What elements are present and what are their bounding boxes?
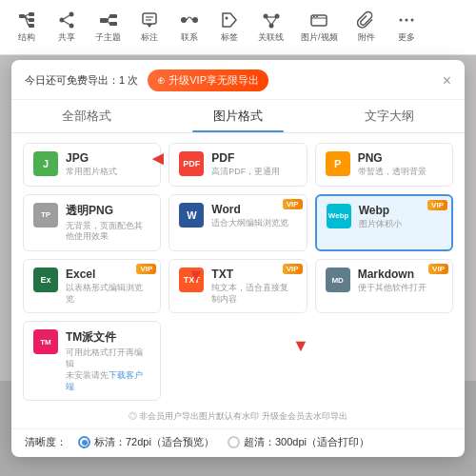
format-item-pdf[interactable]: ▶ PDF PDF 高清PDF，更通用 — [169, 143, 307, 187]
svg-point-23 — [226, 17, 228, 20]
tab-all-formats[interactable]: 全部格式 — [11, 100, 163, 132]
svg-point-34 — [405, 19, 407, 22]
svg-point-33 — [399, 19, 402, 22]
format-name-tpng: 透明PNG — [66, 203, 150, 219]
export-modal: 今日还可免费导出：1 次 ⊕ 升级VIP享无限导出 × 全部格式 图片格式 文字… — [11, 60, 465, 457]
vip-badge-markdown: VIP — [428, 264, 448, 274]
svg-line-15 — [108, 16, 109, 21]
tab-text-outline[interactable]: 文字大纲 — [313, 100, 465, 132]
svg-rect-3 — [29, 24, 34, 28]
toolbar-item-tag[interactable]: 标签 — [212, 7, 247, 48]
vip-badge-word: VIP — [283, 199, 303, 209]
toolbar-item-annotation[interactable]: 标注 — [132, 7, 167, 48]
radio-standard[interactable] — [78, 436, 90, 448]
toolbar-item-tag-label: 标签 — [221, 31, 238, 44]
arrow-to-pdf: ▶ — [152, 151, 164, 169]
svg-rect-0 — [19, 14, 25, 18]
toolbar-item-relation-label: 关联线 — [258, 31, 284, 44]
svg-rect-12 — [100, 18, 108, 23]
app-background: 结构 共享 子主题 — [0, 0, 476, 476]
svg-line-11 — [64, 21, 69, 25]
svg-point-26 — [268, 24, 273, 29]
toolbar-item-share-label: 共享 — [58, 31, 75, 44]
toolbar-item-subtopic-label: 子主题 — [95, 31, 121, 44]
modal-close-button[interactable]: × — [443, 73, 451, 89]
toolbar-item-more[interactable]: 更多 — [389, 7, 424, 48]
svg-line-16 — [108, 21, 109, 25]
format-item-webp[interactable]: Webp Webp 图片体积小 VIP — [315, 194, 453, 251]
format-icon-excel: Ex — [33, 268, 58, 292]
format-item-excel[interactable]: Ex Excel 以表格形式编辑浏览览 VIP — [23, 259, 161, 313]
format-icon-webp: Webp — [327, 204, 351, 228]
svg-point-24 — [263, 14, 268, 19]
format-icon-pdf: PDF — [179, 151, 204, 176]
svg-line-28 — [267, 18, 270, 24]
toolbar-item-share[interactable]: 共享 — [50, 7, 84, 48]
tab-image-formats[interactable]: 图片格式 — [163, 100, 314, 132]
resolution-option-standard[interactable]: 标清：72dpi（适合预览） — [78, 435, 214, 449]
format-desc-txt: 纯文本，适合直接复制内容 — [211, 283, 296, 305]
format-icon-png: P — [326, 151, 350, 176]
format-name-jpg: JPG — [66, 151, 150, 165]
format-name-png: PNG — [358, 151, 443, 165]
svg-point-25 — [274, 14, 279, 19]
toolbar-item-relation[interactable]: 关联线 — [252, 7, 289, 48]
svg-rect-13 — [109, 14, 117, 18]
download-client-link[interactable]: 下载客户端 — [66, 370, 143, 391]
free-count-text: 今日还可免费导出：1 次 — [25, 73, 138, 88]
modal-overlay[interactable]: 今日还可免费导出：1 次 ⊕ 升级VIP享无限导出 × 全部格式 图片格式 文字… — [0, 55, 476, 476]
format-item-jpg[interactable]: J JPG 常用图片格式 — [23, 143, 161, 187]
svg-point-31 — [313, 16, 315, 18]
format-name-tm: TM派文件 — [66, 329, 150, 346]
format-desc-tpng: 无背景，页面配色其他使用效果 — [66, 221, 150, 243]
toolbar-item-more-label: 更多 — [398, 31, 415, 44]
resolution-label: 清晰度： — [25, 435, 67, 449]
svg-line-29 — [272, 18, 276, 24]
svg-point-32 — [316, 16, 318, 18]
toolbar-item-connection-label: 联系 — [181, 31, 198, 44]
format-item-tm[interactable]: TM TM派文件 可用此格式打开再编辑未安装请先下载客户端 — [23, 321, 161, 401]
svg-rect-2 — [29, 18, 34, 22]
format-item-png[interactable]: P PNG 带暂透，透明背景 — [315, 143, 453, 187]
format-icon-txt: TXT — [179, 268, 204, 292]
upgrade-vip-button[interactable]: ⊕ 升级VIP享无限导出 — [148, 69, 268, 91]
vip-badge-webp: VIP — [427, 200, 447, 210]
format-desc-tm: 可用此格式打开再编辑未安装请先下载客户端 — [66, 347, 150, 392]
vip-badge-txt: VIP — [283, 264, 303, 274]
format-item-word[interactable]: W Word 适合大纲编辑浏览览 VIP — [169, 194, 307, 251]
svg-point-9 — [69, 24, 74, 29]
format-icon-jpg: J — [33, 151, 58, 176]
svg-point-8 — [60, 18, 65, 23]
format-item-tpng[interactable]: TP 透明PNG 无背景，页面配色其他使用效果 — [23, 194, 161, 251]
toolbar-item-media[interactable]: 图片/视频 — [295, 7, 344, 48]
svg-marker-18 — [147, 24, 152, 28]
format-icon-tm: TM — [33, 329, 58, 354]
svg-rect-14 — [109, 22, 117, 26]
toolbar-item-structure-label: 结构 — [18, 31, 35, 44]
notice-text: ◎ 非会员用户导出图片默认有水印 升级金会员去水印导出 — [11, 410, 465, 428]
svg-point-21 — [181, 17, 187, 23]
svg-point-35 — [410, 19, 413, 22]
svg-rect-17 — [143, 13, 156, 24]
vip-badge-excel: VIP — [136, 264, 156, 274]
radio-high[interactable] — [228, 436, 240, 448]
format-desc-webp: 图片体积小 — [359, 219, 442, 230]
toolbar-item-attachment-label: 附件 — [358, 31, 375, 44]
toolbar-item-subtopic[interactable]: 子主题 — [89, 7, 127, 48]
format-item-markdown[interactable]: MD Markdown 便于其他软件打开 VIP — [315, 259, 453, 313]
toolbar-item-structure[interactable]: 结构 — [10, 7, 44, 48]
toolbar-item-attachment[interactable]: 附件 — [349, 7, 384, 48]
svg-point-7 — [69, 12, 74, 17]
format-name-pdf: PDF — [211, 151, 296, 165]
format-item-txt[interactable]: TXT TXT 纯文本，适合直接复制内容 VIP — [169, 259, 307, 313]
resolution-radio-group: 标清：72dpi（适合预览） 超清：300dpi（适合打印） — [78, 435, 369, 449]
format-grid: J JPG 常用图片格式 ▶ PDF PDF 高清PDF，更通用 — [11, 133, 465, 410]
format-desc-word: 适合大纲编辑浏览览 — [211, 218, 296, 229]
format-icon-word: W — [179, 203, 204, 228]
main-toolbar: 结构 共享 子主题 — [0, 0, 476, 55]
format-icon-markdown: MD — [326, 268, 350, 292]
toolbar-item-media-label: 图片/视频 — [301, 31, 338, 44]
resolution-option-high[interactable]: 超清：300dpi（适合打印） — [228, 435, 369, 449]
modal-tabs: 全部格式 图片格式 文字大纲 — [11, 100, 465, 133]
toolbar-item-connection[interactable]: 联系 — [172, 7, 207, 48]
